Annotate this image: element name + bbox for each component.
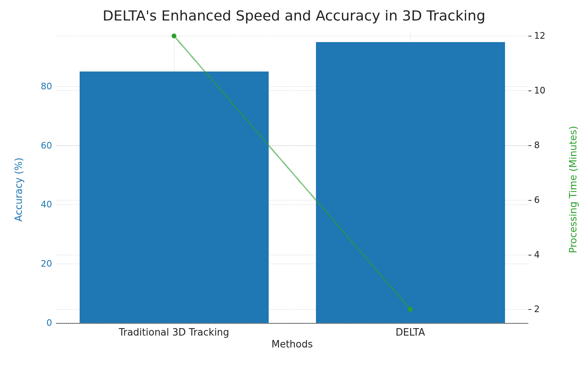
y-tick-left: 80: [37, 81, 52, 92]
y-tick-right: 8: [534, 140, 549, 150]
y-tick-right-mark: [528, 36, 531, 36]
y-tick-left: 0: [37, 318, 52, 328]
y-tick-right-mark: [528, 200, 531, 201]
grid-line-h-right: [56, 36, 528, 36]
line-marker: [408, 307, 413, 312]
y-tick-right: 10: [534, 85, 549, 96]
y-axis-left-label: Accuracy (%): [13, 158, 24, 222]
chart-title: DELTA's Enhanced Speed and Accuracy in 3…: [22, 7, 566, 24]
bar: [80, 72, 269, 323]
y-tick-right-mark: [528, 309, 531, 310]
chart-container: DELTA's Enhanced Speed and Accuracy in 3…: [22, 7, 566, 358]
y-axis-right-label: Processing Time (Minutes): [568, 126, 579, 253]
y-tick-left: 40: [37, 199, 52, 210]
bar: [316, 42, 505, 323]
x-tick-label: Traditional 3D Tracking: [119, 327, 229, 338]
y-tick-right-mark: [528, 91, 531, 91]
y-tick-left: 60: [37, 140, 52, 151]
grid-line-h: [56, 323, 528, 323]
y-tick-right: 12: [534, 31, 549, 41]
plot-area: 02040608024681012Traditional 3D Tracking…: [56, 33, 528, 324]
y-tick-left: 20: [37, 258, 52, 269]
y-tick-right: 2: [534, 304, 549, 314]
y-tick-right: 4: [534, 250, 549, 260]
x-axis-label: Methods: [56, 339, 528, 350]
x-tick-label: DELTA: [396, 327, 425, 338]
y-tick-right: 6: [534, 195, 549, 205]
line-marker: [172, 34, 176, 38]
y-tick-right-mark: [528, 255, 531, 256]
plot-outer: Accuracy (%) Processing Time (Minutes) 0…: [22, 29, 566, 350]
y-tick-right-mark: [528, 145, 531, 146]
